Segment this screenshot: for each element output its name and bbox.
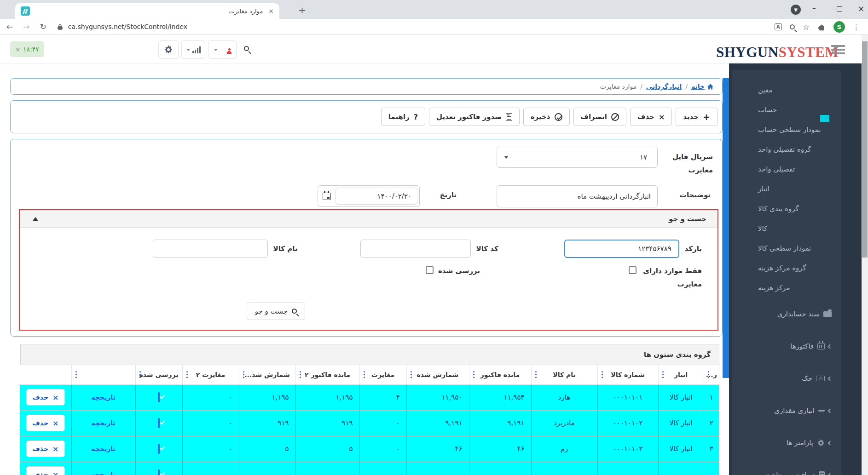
window-close-button[interactable]: × bbox=[858, 4, 864, 13]
column-menu-icon[interactable] bbox=[186, 371, 188, 378]
table-row[interactable]: ۲ انبار کالا ۰۰۰۱۰۱۰۲ مادربرد ۹,۱۹۱ ۹,۱۹… bbox=[20, 410, 719, 436]
reload-button[interactable]: ↻ bbox=[40, 22, 46, 31]
forward-button[interactable]: → bbox=[23, 22, 29, 31]
back-button[interactable]: ← bbox=[6, 22, 13, 31]
table-row[interactable]: ۱ انبار کالا ۰۰۰۱۰۱۰۱ هارد ۱۱,۹۵۴ ۱۱,۹۵۰… bbox=[20, 384, 719, 410]
sidebar-item-cheque[interactable]: چک bbox=[732, 362, 841, 395]
sidebar-item-accounting-document[interactable]: سند حسابداری bbox=[732, 298, 841, 330]
reports-dropdown-button[interactable] bbox=[181, 40, 205, 59]
browser-menu-icon[interactable]: ⋮ bbox=[853, 23, 860, 31]
sidebar-item-quantity-warehouse[interactable]: انباری مقداری bbox=[732, 395, 841, 427]
browser-tab[interactable]: موارد مغایرت × bbox=[15, 3, 279, 19]
col-discrepancy[interactable]: مغایرت bbox=[359, 365, 406, 384]
row-delete-button[interactable]: ×حذف bbox=[26, 415, 65, 431]
issue-adjustment-invoice-button[interactable]: صدور فاکتور تعدیل bbox=[429, 108, 520, 126]
zoom-indicator-icon[interactable] bbox=[790, 24, 795, 29]
row-delete-button[interactable]: ×حذف bbox=[26, 441, 65, 457]
column-menu-icon[interactable] bbox=[662, 371, 664, 378]
history-link[interactable]: تاریخچه bbox=[91, 471, 116, 475]
tab-search-button[interactable]: ▼ bbox=[791, 5, 801, 15]
date-input[interactable]: ۱۴۰۰/۰۲/۲۰ bbox=[336, 188, 417, 205]
serial-file-select[interactable]: ۱۷ bbox=[497, 147, 658, 168]
row-delete-button[interactable]: ×حذف bbox=[26, 389, 65, 406]
reviewed-row-checkbox[interactable] bbox=[158, 469, 160, 475]
col-counted-2[interactable]: شمارش شد... bbox=[239, 365, 295, 384]
col-counted[interactable]: شمارش شده bbox=[406, 365, 469, 384]
new-button[interactable]: + جدید bbox=[676, 108, 718, 126]
col-invoice-balance[interactable]: مانده فاکتور bbox=[469, 365, 531, 384]
search-section-header[interactable]: جست و جو bbox=[20, 210, 718, 228]
sidebar-item-cost-center[interactable]: مرکز هزینه bbox=[732, 278, 841, 298]
column-menu-icon[interactable] bbox=[473, 371, 475, 378]
column-menu-icon[interactable] bbox=[364, 371, 365, 378]
description-input[interactable]: انبارگردانی اردیبهشت ماه bbox=[497, 185, 658, 207]
sidebar-item-receipts-payments[interactable]: دریافت و پرداخت bbox=[732, 459, 841, 475]
col-invoice-balance-2[interactable]: مانده فاکتور ۲ bbox=[295, 365, 359, 384]
sidebar-item-parameters[interactable]: پارامتر ها bbox=[732, 427, 841, 459]
sidebar-item-cost-center-group[interactable]: گروه مرکز هزینه bbox=[732, 258, 841, 278]
column-menu-icon[interactable] bbox=[300, 371, 301, 378]
hamburger-menu-icon[interactable] bbox=[831, 45, 845, 56]
row-delete-button[interactable]: ×حذف bbox=[26, 466, 65, 475]
calendar-icon[interactable] bbox=[323, 193, 331, 200]
table-row[interactable]: ۳ انبار کالا ۰۰۰۱۰۱۰۳ رم ۴۶ ۴۶ ۰ ۵ ۵ ۰ ت… bbox=[20, 436, 719, 462]
reviewed-row-checkbox[interactable] bbox=[158, 418, 160, 428]
column-menu-icon[interactable] bbox=[75, 371, 77, 378]
sidebar-item-moein[interactable]: معین bbox=[732, 80, 841, 100]
reviewed-row-checkbox[interactable] bbox=[158, 392, 160, 402]
column-menu-icon[interactable] bbox=[411, 371, 412, 378]
col-warehouse[interactable]: انبار bbox=[658, 365, 704, 384]
bookmark-star-icon[interactable]: ☆ bbox=[803, 23, 810, 32]
reviewed-checkbox[interactable] bbox=[426, 266, 434, 274]
product-name-input[interactable] bbox=[153, 240, 268, 258]
close-session-icon[interactable]: × bbox=[15, 46, 20, 53]
url-bar[interactable]: ca.shygunsys.net/StockControl/index bbox=[68, 23, 187, 30]
col-product-name[interactable]: نام کالا bbox=[531, 365, 597, 384]
col-row-number[interactable]: ر... bbox=[704, 365, 719, 384]
column-grouping-bar[interactable]: گروه بندی ستون ها bbox=[21, 344, 719, 365]
sidebar-item-product-level-chart[interactable]: نمودار سطحی کالا bbox=[732, 239, 841, 258]
history-link[interactable]: تاریخچه bbox=[91, 419, 116, 427]
col-discrepancy-2[interactable]: مغایرت ۲ bbox=[182, 365, 239, 384]
user-panel-dropdown-button[interactable] bbox=[208, 40, 237, 59]
cancel-button[interactable]: انصراف bbox=[573, 108, 626, 126]
profile-avatar[interactable]: S bbox=[833, 21, 845, 33]
tab-close-icon[interactable]: × bbox=[268, 7, 274, 15]
breadcrumb-home-link[interactable]: خانه bbox=[691, 83, 714, 90]
column-menu-icon[interactable] bbox=[535, 371, 537, 378]
search-icon[interactable] bbox=[244, 46, 249, 51]
col-history[interactable] bbox=[71, 365, 135, 384]
sidebar-item-account-level-chart[interactable]: نمودار سطحی حساب bbox=[732, 120, 841, 140]
search-button[interactable]: جست و جو bbox=[247, 303, 305, 320]
barcode-input[interactable]: ۱۲۳۴۵۶۷۸۹ bbox=[564, 240, 679, 258]
translate-icon[interactable]: A bbox=[775, 23, 782, 30]
column-menu-icon[interactable] bbox=[708, 371, 710, 378]
col-product-number[interactable]: شماره کالا bbox=[597, 365, 658, 384]
sidebar-item-invoices[interactable]: فاکتورها bbox=[732, 330, 841, 362]
page-scrollbar[interactable] bbox=[862, 35, 868, 475]
settings-button[interactable] bbox=[158, 40, 179, 59]
sidebar-item-product[interactable]: کالا bbox=[732, 219, 841, 239]
history-link[interactable]: تاریخچه bbox=[91, 394, 116, 401]
sidebar-item-warehouse[interactable]: انبار bbox=[732, 179, 841, 199]
column-menu-icon[interactable] bbox=[243, 371, 245, 378]
reviewed-row-checkbox[interactable] bbox=[158, 444, 160, 454]
window-maximize-button[interactable] bbox=[837, 6, 842, 12]
table-row-partial[interactable]: تاریخچه ×حذف bbox=[20, 462, 719, 475]
help-button[interactable]: ? راهنما bbox=[381, 108, 425, 126]
only-with-discrepancy-checkbox[interactable] bbox=[629, 266, 637, 274]
scrollbar-thumb[interactable] bbox=[862, 41, 868, 258]
new-tab-button[interactable]: + bbox=[298, 5, 306, 16]
window-minimize-button[interactable]: – bbox=[812, 4, 816, 12]
sidebar-item-detail-group-unit[interactable]: گروه تفصیلی واحد bbox=[732, 140, 841, 160]
history-link[interactable]: تاریخچه bbox=[91, 445, 116, 452]
sidebar-item-product-grouping[interactable]: گروه بندی کالا bbox=[732, 199, 841, 219]
column-menu-icon[interactable] bbox=[602, 371, 603, 378]
save-button[interactable]: ذخیره bbox=[523, 108, 570, 126]
delete-button[interactable]: × حذف bbox=[630, 108, 672, 126]
extensions-icon[interactable] bbox=[817, 23, 826, 31]
sidebar-item-detail-unit[interactable]: تفصیلی واحد bbox=[732, 160, 841, 179]
col-reviewed[interactable]: بررسی شده bbox=[135, 365, 182, 384]
collapse-arrow-icon[interactable] bbox=[33, 217, 38, 221]
product-code-input[interactable] bbox=[360, 240, 471, 258]
